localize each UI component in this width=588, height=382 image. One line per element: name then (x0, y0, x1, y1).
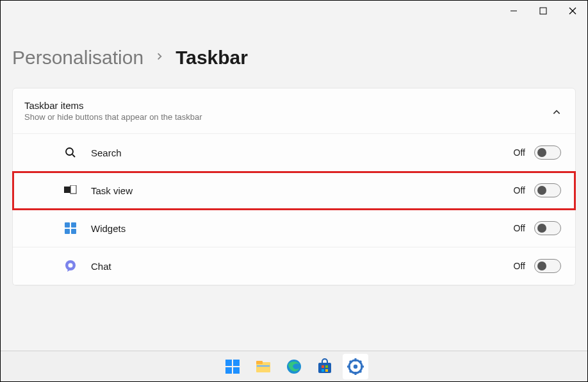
setting-label: Widgets (91, 223, 514, 234)
chevron-up-icon (552, 105, 561, 117)
svg-rect-7 (70, 185, 76, 194)
svg-rect-19 (256, 361, 263, 364)
svg-rect-24 (325, 365, 328, 368)
svg-rect-25 (322, 369, 324, 372)
svg-line-34 (359, 370, 361, 372)
svg-line-35 (359, 361, 361, 363)
minimize-button[interactable] (499, 1, 528, 21)
svg-point-4 (66, 148, 73, 155)
section-title: Taskbar items (24, 100, 552, 111)
toggle-switch[interactable] (534, 145, 561, 160)
taskbar-app-edge[interactable] (281, 354, 307, 379)
section-header[interactable]: Taskbar items Show or hide buttons that … (13, 88, 575, 134)
window-controls (499, 1, 587, 21)
toggle-switch[interactable] (534, 221, 561, 235)
svg-point-28 (354, 364, 357, 368)
svg-rect-15 (233, 360, 240, 366)
svg-line-5 (72, 154, 75, 157)
svg-rect-11 (71, 229, 76, 234)
chevron-right-icon (155, 52, 164, 63)
svg-rect-16 (225, 367, 232, 374)
taskview-icon (63, 185, 78, 195)
toggle-state-label: Off (514, 185, 525, 195)
close-button[interactable] (558, 1, 587, 21)
svg-point-13 (69, 263, 73, 268)
svg-rect-14 (225, 360, 232, 366)
taskbar-app-file-explorer[interactable] (250, 354, 276, 379)
svg-line-33 (350, 361, 352, 363)
svg-rect-20 (257, 365, 270, 367)
svg-rect-9 (71, 222, 76, 228)
svg-rect-1 (540, 8, 546, 14)
taskbar-app-start[interactable] (220, 354, 245, 379)
toggle-state-label: Off (514, 147, 525, 158)
toggle-state-label: Off (514, 223, 525, 233)
taskbar-app-settings[interactable] (343, 354, 368, 379)
setting-label: Search (91, 147, 514, 158)
svg-rect-22 (318, 363, 331, 373)
breadcrumb-current: Taskbar (176, 47, 248, 69)
setting-label: Chat (91, 261, 514, 272)
toggle-switch[interactable] (534, 259, 561, 273)
settings-card: Taskbar items Show or hide buttons that … (12, 88, 576, 286)
taskbar (1, 351, 587, 381)
setting-row-widgets: WidgetsOff (13, 210, 575, 247)
svg-rect-10 (65, 229, 70, 234)
widgets-icon (63, 222, 78, 235)
svg-rect-26 (325, 369, 328, 372)
breadcrumb-parent[interactable]: Personalisation (12, 47, 143, 69)
taskbar-app-store[interactable] (312, 354, 338, 379)
setting-row-search: SearchOff (13, 134, 575, 172)
svg-rect-17 (233, 367, 240, 374)
svg-line-36 (350, 370, 352, 372)
svg-rect-8 (65, 222, 70, 228)
toggle-state-label: Off (514, 261, 525, 271)
search-icon (63, 146, 78, 159)
svg-rect-23 (322, 365, 324, 368)
maximize-button[interactable] (528, 1, 558, 21)
setting-label: Task view (91, 185, 514, 196)
setting-row-chat: ChatOff (13, 247, 575, 285)
section-subtitle: Show or hide buttons that appear on the … (24, 112, 552, 122)
setting-row-task-view: Task viewOff (13, 172, 575, 210)
chat-icon (63, 260, 78, 272)
toggle-switch[interactable] (534, 183, 561, 197)
